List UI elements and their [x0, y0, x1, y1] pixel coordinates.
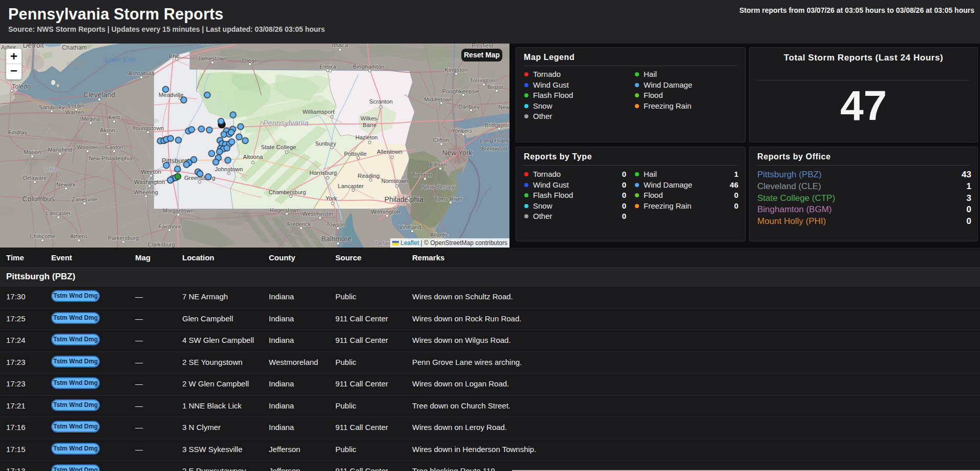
svg-text:Frederick: Frederick: [287, 221, 311, 227]
svg-text:Williamsport: Williamsport: [303, 109, 335, 115]
svg-text:Scranton: Scranton: [369, 98, 393, 105]
svg-text:Morgantown: Morgantown: [163, 208, 194, 214]
svg-text:Chambersburg: Chambersburg: [269, 189, 306, 195]
svg-text:State College: State College: [261, 144, 296, 150]
svg-text:Reading: Reading: [358, 173, 380, 179]
svg-text:Sandusky: Sandusky: [39, 104, 65, 110]
svg-text:Bridgeport: Bridgeport: [485, 122, 509, 128]
svg-text:Ashtabula: Ashtabula: [128, 70, 155, 76]
svg-text:Wooster: Wooster: [77, 144, 98, 150]
svg-text:Parkersburg: Parkersburg: [108, 235, 139, 241]
svg-text:Chatham: Chatham: [62, 44, 87, 51]
svg-text:Johnstown: Johnstown: [215, 166, 243, 172]
svg-text:Kent: Kent: [109, 114, 120, 120]
svg-text:Sunbury: Sunbury: [315, 140, 336, 147]
svg-text:Pottsville: Pottsville: [344, 151, 367, 157]
svg-text:Allentown: Allentown: [377, 149, 402, 155]
svg-text:Long Island: Long Island: [480, 137, 509, 144]
svg-text:Danbury: Danbury: [458, 104, 480, 110]
svg-text:Akron: Akron: [100, 127, 115, 133]
svg-text:Canton: Canton: [105, 144, 123, 150]
svg-text:Dunkirk: Dunkirk: [194, 44, 214, 46]
svg-text:Poughkeepsie: Poughkeepsie: [442, 88, 480, 94]
svg-text:Pennsylvania: Pennsylvania: [263, 118, 308, 127]
svg-text:Trenton: Trenton: [412, 172, 432, 178]
svg-text:Medina: Medina: [81, 116, 100, 122]
svg-text:Athens: Athens: [70, 233, 88, 239]
svg-text:Barre: Barre: [363, 122, 377, 128]
svg-text:Torrington: Torrington: [470, 77, 495, 84]
svg-text:Kingston: Kingston: [445, 67, 468, 73]
svg-text:Ohio: Ohio: [44, 166, 58, 173]
svg-text:Middletown: Middletown: [424, 96, 453, 103]
svg-text:Lorain: Lorain: [68, 103, 84, 109]
svg-text:Columbus: Columbus: [22, 195, 54, 203]
svg-text:Ithaca: Ithaca: [332, 44, 348, 48]
svg-text:Toms River: Toms River: [434, 196, 462, 202]
svg-text:Westminster: Westminster: [303, 211, 334, 217]
svg-text:New Philadelphia: New Philadelphia: [89, 155, 133, 161]
svg-text:Baltimore: Baltimore: [321, 235, 351, 243]
svg-text:Weirton: Weirton: [141, 169, 161, 175]
svg-text:Philadelphia: Philadelphia: [385, 195, 423, 203]
svg-text:Youngstown: Youngstown: [132, 125, 164, 131]
svg-text:Clifton: Clifton: [433, 137, 449, 143]
svg-text:Wilkes-: Wilkes-: [360, 115, 379, 121]
svg-text:Wheeling: Wheeling: [134, 189, 158, 195]
svg-text:Clarksburg: Clarksburg: [147, 241, 175, 248]
svg-text:Marion: Marion: [24, 149, 41, 155]
svg-text:Lancaster: Lancaster: [46, 210, 71, 216]
svg-text:Altoona: Altoona: [243, 154, 263, 160]
svg-text:Edison: Edison: [430, 161, 447, 168]
svg-text:Vineland: Vineland: [399, 224, 421, 230]
svg-text:Washington: Washington: [134, 179, 165, 185]
svg-text:Wilmington: Wilmington: [371, 209, 400, 215]
svg-text:Lake Erie: Lake Erie: [104, 55, 136, 64]
svg-text:Pittsfield: Pittsfield: [472, 44, 493, 49]
svg-text:New H: New H: [498, 104, 509, 110]
svg-text:Cleveland: Cleveland: [83, 91, 115, 99]
svg-text:Hazleton: Hazleton: [355, 134, 377, 140]
svg-text:Norristown: Norristown: [381, 178, 409, 184]
svg-text:New York: New York: [442, 149, 473, 157]
svg-text:Delaware: Delaware: [23, 175, 47, 181]
svg-text:Newark: Newark: [56, 181, 76, 188]
svg-text:Toledo: Toledo: [12, 83, 31, 90]
svg-text:Zanesville: Zanesville: [72, 196, 97, 202]
svg-text:Towson: Towson: [326, 221, 345, 228]
svg-text:Detroit: Detroit: [23, 44, 44, 49]
svg-text:Chillicothe: Chillicothe: [30, 233, 56, 239]
svg-text:Mansfield: Mansfield: [48, 147, 72, 153]
svg-text:York: York: [326, 195, 337, 201]
svg-text:New Jersey: New Jersey: [421, 183, 455, 191]
svg-text:Hagerstown: Hagerstown: [270, 207, 300, 213]
svg-text:Brentwood: Brentwood: [481, 146, 507, 152]
svg-text:Atlantic: Atlantic: [430, 232, 449, 238]
svg-text:Harrisburg: Harrisburg: [309, 170, 337, 176]
svg-text:Findlay: Findlay: [8, 129, 27, 135]
svg-text:Lancaster: Lancaster: [338, 183, 364, 189]
svg-text:Bristol: Bristol: [487, 84, 503, 90]
svg-text:Yonkers: Yonkers: [452, 128, 472, 134]
svg-text:Binghamton: Binghamton: [353, 64, 384, 70]
svg-text:Jamestown: Jamestown: [198, 55, 227, 62]
